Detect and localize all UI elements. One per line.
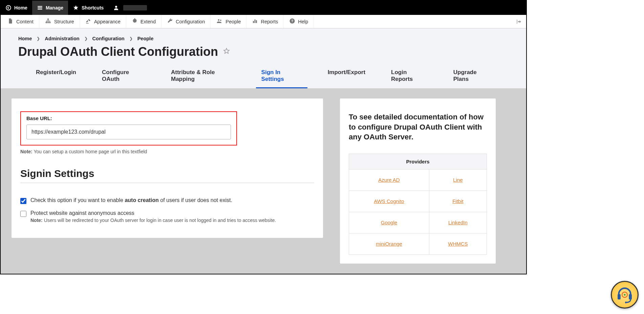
bar-chart-icon [252, 18, 258, 25]
provider-link[interactable]: WHMCS [448, 241, 468, 247]
chevron-right-icon: ❯ [84, 36, 88, 41]
page-title: Drupal OAuth Client Configuration [18, 45, 218, 59]
star-outline-icon[interactable] [223, 47, 230, 56]
svg-point-7 [47, 22, 48, 23]
menu-configuration[interactable]: Configuration [162, 15, 211, 28]
svg-point-10 [220, 20, 221, 21]
svg-text:?: ? [291, 19, 293, 23]
doc-heading: To see detailed documentation of how to … [349, 112, 487, 142]
note-text: You can setup a custom home page url in … [33, 149, 147, 154]
svg-rect-1 [38, 6, 42, 7]
svg-rect-16 [517, 20, 517, 24]
svg-point-6 [46, 22, 47, 23]
admin-menu: Content Structure Appearance Extend Conf… [1, 15, 526, 28]
signin-settings-title: Signin Settings [20, 168, 314, 179]
crumb-configuration[interactable]: Configuration [92, 36, 125, 41]
back-circle-icon [5, 5, 12, 11]
providers-table: Providers Azure AD Line AWS Cognito Fitb… [349, 154, 487, 255]
menu-extend-label: Extend [141, 19, 156, 24]
menu-content[interactable]: Content [2, 15, 39, 28]
auto-create-checkbox[interactable] [20, 198, 26, 204]
content-wrap: Base URL: Note: You can setup a custom h… [1, 88, 526, 274]
toolbar-manage-label: Manage [46, 5, 63, 10]
menu-people-label: People [226, 19, 241, 24]
crumb-people[interactable]: People [137, 36, 154, 41]
svg-rect-3 [38, 9, 42, 9]
svg-point-4 [115, 6, 117, 8]
people-icon [216, 18, 223, 25]
puzzle-icon [132, 18, 138, 25]
menu-reports-label: Reports [261, 19, 278, 24]
collapse-toggle[interactable] [514, 15, 524, 28]
crumb-administration[interactable]: Administration [45, 36, 79, 41]
tab-signin-settings[interactable]: Sign In Settings [256, 65, 307, 88]
tabs: Register/Login Configure OAuth Attribute… [18, 65, 509, 88]
note-label: Note: [30, 218, 43, 223]
toolbar-home-label: Home [14, 5, 27, 10]
protect-checkbox[interactable] [20, 211, 26, 217]
gavel-icon [85, 18, 91, 25]
tab-register-login[interactable]: Register/Login [30, 65, 82, 88]
base-url-box: Base URL: [20, 111, 237, 145]
table-row: miniOrange WHMCS [349, 233, 487, 255]
menu-appearance-label: Appearance [94, 19, 121, 24]
chevron-right-icon: ❯ [129, 36, 133, 41]
file-icon [7, 18, 14, 25]
provider-link[interactable]: Azure AD [378, 177, 400, 183]
menu-extend[interactable]: Extend [126, 15, 162, 28]
menu-help[interactable]: ? Help [284, 15, 314, 28]
provider-link[interactable]: AWS Cognito [374, 198, 404, 204]
menu-structure[interactable]: Structure [39, 15, 80, 28]
provider-link[interactable]: LinkedIn [448, 220, 468, 225]
toolbar-user[interactable] [108, 1, 152, 15]
tab-import-export[interactable]: Import/Export [322, 65, 371, 88]
top-toolbar: Home Manage Shortcuts [1, 1, 526, 15]
note-text: Users will be redirected to your OAuth s… [43, 218, 276, 223]
svg-rect-13 [256, 20, 257, 23]
menu-people[interactable]: People [211, 15, 246, 28]
tab-configure-oauth[interactable]: Configure OAuth [96, 65, 151, 88]
wrench-icon [167, 18, 173, 25]
svg-point-0 [6, 5, 11, 10]
menu-appearance[interactable]: Appearance [80, 15, 126, 28]
provider-link[interactable]: Fitbit [452, 198, 464, 204]
toolbar-manage[interactable]: Manage [32, 1, 68, 15]
base-url-input[interactable] [26, 125, 231, 139]
provider-link[interactable]: Line [453, 177, 463, 183]
menu-help-label: Help [298, 19, 308, 24]
hamburger-icon [37, 5, 43, 11]
menu-reports[interactable]: Reports [246, 15, 284, 28]
menu-structure-label: Structure [54, 19, 74, 24]
provider-link[interactable]: Google [381, 220, 397, 225]
toolbar-home[interactable]: Home [1, 1, 32, 15]
tab-login-reports[interactable]: Login Reports [386, 65, 433, 88]
user-name-redacted [123, 5, 147, 10]
table-row: Google LinkedIn [349, 212, 487, 233]
providers-header: Providers [349, 154, 487, 170]
toolbar-shortcuts-label: Shortcuts [82, 5, 104, 10]
crumb-home[interactable]: Home [18, 36, 32, 41]
right-panel: To see detailed documentation of how to … [340, 98, 496, 264]
svg-rect-11 [253, 21, 254, 23]
star-icon [73, 5, 79, 11]
svg-rect-12 [255, 20, 256, 23]
left-panel: Base URL: Note: You can setup a custom h… [12, 98, 323, 238]
divider [20, 183, 314, 183]
tab-attribute-mapping[interactable]: Attribute & Role Mapping [166, 65, 241, 88]
svg-point-5 [47, 19, 48, 20]
provider-link[interactable]: miniOrange [376, 241, 402, 247]
page-title-row: Drupal OAuth Client Configuration [18, 45, 509, 59]
tab-upgrade-plans[interactable]: Upgrade Plans [448, 65, 496, 88]
structure-icon [45, 18, 51, 25]
protect-row: Protect website against anonymous access… [20, 210, 314, 223]
protect-label: Protect website against anonymous access [30, 210, 276, 216]
header-region: Home ❯ Administration ❯ Configuration ❯ … [1, 28, 526, 88]
base-url-note: Note: You can setup a custom home page u… [20, 149, 314, 154]
toolbar-shortcuts[interactable]: Shortcuts [68, 1, 108, 15]
base-url-label: Base URL: [26, 115, 231, 121]
note-label: Note: [20, 149, 33, 154]
svg-point-9 [218, 19, 220, 21]
menu-content-label: Content [16, 19, 34, 24]
auto-create-label: Check this option if you want to enable … [30, 197, 232, 203]
chevron-right-icon: ❯ [37, 36, 40, 41]
